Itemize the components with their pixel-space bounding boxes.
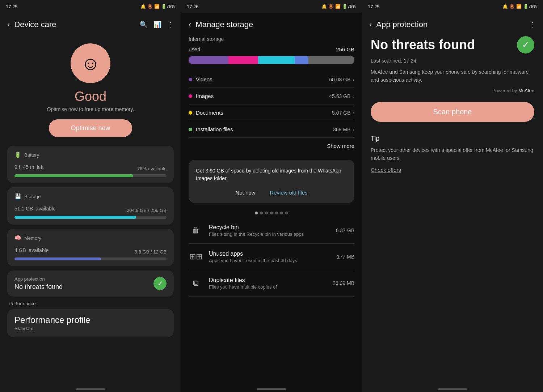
subtitle: Optimise now to free up more memory. (47, 106, 134, 112)
duplicate-files-item[interactable]: ⧉ Duplicate files Files you have multipl… (189, 270, 354, 297)
performance-value: Standard (14, 326, 167, 331)
storage-main: 51.1 GB available 204.9 GB / 256 GB (14, 202, 167, 213)
unused-apps-name: Unused apps (209, 251, 331, 257)
status-icons-2: 🔔🔕📶🔋78% (321, 4, 356, 9)
battery-icon: 🔋 (14, 152, 21, 158)
storage-row-documents[interactable]: Documents 5.07 GB › (189, 105, 354, 121)
manage-storage-panel: ‹ Manage storage Internal storage used 2… (181, 13, 362, 392)
chart-icon[interactable]: 📊 (153, 21, 161, 29)
shield-badge-icon: ✓ (517, 36, 534, 54)
memory-icon: 🧠 (14, 235, 21, 241)
dot-documents (189, 111, 192, 115)
storage-label: 💾 Storage (14, 193, 167, 200)
status-bar-2: 17:26 🔔🔕📶🔋78% (181, 0, 362, 13)
battery-available: 78% available (137, 166, 167, 171)
duplicate-files-desc: Files you have multiple copies of (209, 284, 327, 290)
battery-fill (14, 174, 133, 177)
storage-value: 51.1 GB available (14, 202, 56, 213)
performance-section-label: Performance (7, 301, 174, 306)
dot-installation (189, 128, 192, 131)
performance-section: Performance Performance profile Standard (7, 301, 174, 337)
carousel-dots (189, 209, 354, 217)
dot-videos (189, 78, 192, 81)
storage-progress-bar (14, 216, 167, 219)
recycle-bin-name: Recycle bin (209, 224, 330, 231)
storage-card: 💾 Storage 51.1 GB available 204.9 GB / 2… (7, 187, 174, 225)
no-threats-title: No threats found (371, 37, 511, 52)
memory-label: 🧠 Memory (14, 235, 167, 241)
memory-card: 🧠 Memory 4 GB available 6.8 GB / 12 GB (7, 229, 174, 266)
scan-phone-button[interactable]: Scan phone (371, 102, 534, 122)
device-care-panel: ‹ Device care 🔍 📊 ⋮ ☺ Good Optimise now … (0, 13, 181, 392)
storage-detail: 204.9 GB / 256 GB (127, 208, 167, 213)
not-now-button[interactable]: Not now (235, 189, 255, 196)
unused-apps-item[interactable]: ⊞⊞ Unused apps Apps you haven't used in … (189, 244, 354, 270)
tip-text: Protect your other devices with a specia… (371, 146, 534, 162)
manage-storage-title: Manage storage (195, 20, 354, 29)
storage-row-installation[interactable]: Installation files 369 MB › (189, 121, 354, 138)
back-arrow-icon[interactable]: ‹ (7, 20, 10, 29)
last-scanned: Last scanned: 17:24 (371, 58, 534, 64)
back-arrow-icon-3[interactable]: ‹ (369, 20, 372, 29)
protection-description: McAfee and Samsung keep your phone safe … (371, 68, 534, 84)
back-arrow-icon-2[interactable]: ‹ (189, 20, 191, 29)
app-protection-panel: ‹ App protection ⋮ No threats found ✓ La… (362, 13, 543, 392)
time-1: 17:25 (6, 4, 18, 9)
powered-by: Powered by McAfee (371, 88, 534, 93)
dot-6 (280, 212, 283, 214)
battery-label: 🔋 Battery (14, 152, 167, 158)
more-icon[interactable]: ⋮ (167, 21, 174, 29)
unused-apps-info: Unused apps Apps you haven't used in the… (209, 251, 331, 263)
scrollbar-2 (257, 388, 286, 390)
scrollbar-3 (438, 388, 467, 390)
recycle-bin-info: Recycle bin Files sitting in the Recycle… (209, 224, 330, 237)
dot-7 (285, 212, 288, 214)
status-bar-3: 17:25 🔔🔕📶🔋78% (362, 0, 543, 13)
dot-2 (260, 212, 263, 214)
chevron-videos: › (353, 77, 354, 82)
review-files-button[interactable]: Review old files (270, 189, 307, 196)
no-threats-header: No threats found ✓ (371, 36, 534, 54)
storage-row-images[interactable]: Images 45.53 GB › (189, 88, 354, 105)
recycle-bin-icon: 🗑 (189, 223, 203, 238)
app-protection-label: App protection (14, 276, 63, 282)
memory-main: 4 GB available 6.8 GB / 12 GB (14, 243, 167, 255)
battery-progress-bar (14, 174, 167, 177)
bar-free (308, 56, 354, 64)
app-protection-card[interactable]: App protection No threats found ✓ (7, 270, 174, 297)
mcafee-logo: McAfee (518, 88, 534, 93)
good-status: Good (75, 89, 106, 104)
unused-apps-desc: Apps you haven't used in the past 30 day… (209, 258, 331, 263)
time-2: 17:26 (187, 4, 199, 9)
show-more-button[interactable]: Show more (189, 138, 354, 154)
device-care-header: ‹ Device care 🔍 📊 ⋮ (0, 13, 181, 36)
dot-1 (255, 212, 258, 214)
memory-fill (14, 257, 101, 260)
recycle-bin-item[interactable]: 🗑 Recycle bin Files sitting in the Recyc… (189, 217, 354, 244)
duplicate-files-size: 26.09 MB (333, 280, 354, 286)
memory-detail: 6.8 GB / 12 GB (135, 249, 167, 255)
battery-main: 9 h 45 m left 78% available (14, 160, 167, 171)
search-icon[interactable]: 🔍 (140, 21, 148, 29)
app-protection-status: No threats found (14, 283, 63, 291)
device-care-title: Device care (14, 20, 140, 29)
storage-icon: 💾 (14, 193, 21, 200)
status-icons-3: 🔔🔕📶🔋78% (502, 4, 537, 9)
tip-label: Tip (371, 135, 534, 142)
suggestion-text: Get 3.90 GB of space by deleting old ima… (196, 167, 347, 182)
check-offers-link[interactable]: Check offers (371, 167, 401, 173)
chevron-images: › (353, 93, 354, 99)
dot-3 (265, 212, 268, 214)
header-icons-3: ⋮ (529, 21, 536, 29)
dot-5 (275, 212, 278, 214)
dot-images (189, 94, 192, 98)
optimise-button[interactable]: Optimise now (49, 119, 132, 137)
unused-apps-size: 177 MB (337, 254, 354, 260)
more-icon-3[interactable]: ⋮ (529, 21, 536, 29)
app-protection-info: App protection No threats found (14, 276, 63, 291)
unused-apps-icon: ⊞⊞ (189, 250, 203, 264)
storage-row-videos[interactable]: Videos 60.08 GB › (189, 71, 354, 88)
performance-card[interactable]: Performance profile Standard (7, 309, 174, 337)
app-prot-content: No threats found ✓ Last scanned: 17:24 M… (362, 36, 543, 173)
status-bar-1: 17:25 🔔🔕📶🔋78% (0, 0, 181, 13)
